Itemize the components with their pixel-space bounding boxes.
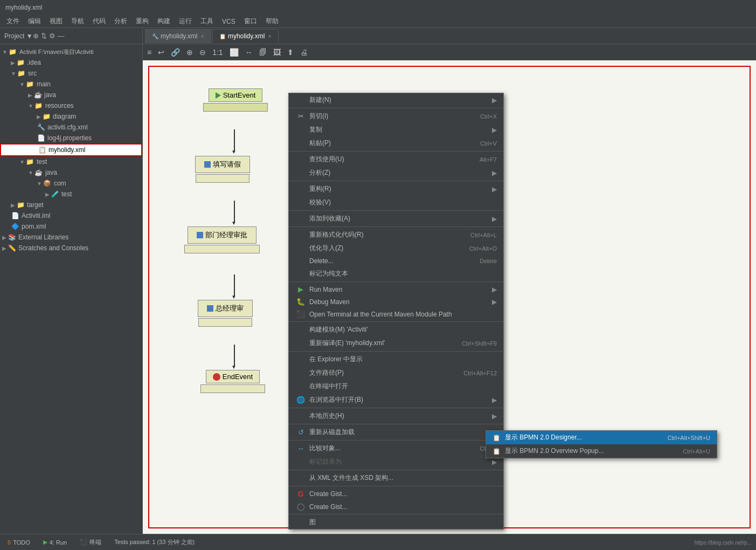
ctx-open-terminal[interactable]: ⬛ Open Terminal at the Current Maven Mod… xyxy=(289,308,503,320)
ctx-reformat-shortcut: Ctrl+Alt+L xyxy=(470,232,497,238)
tree-item-ext-libs[interactable]: ▶ 📚 External Libraries xyxy=(0,232,142,243)
ctx-recompile[interactable]: 重新编译(E) 'myholidy.xml' Ctrl+Shift+F9 xyxy=(289,336,503,350)
ctx-compare[interactable]: ↔ 比较对象... Ctrl+D xyxy=(289,442,503,455)
toolbar-print[interactable]: 🖨 xyxy=(298,47,310,58)
ctx-build-module-label: 构建模块(M) 'Activiti' xyxy=(309,325,368,334)
ctx-create-gist-1[interactable]: G Create Gist... xyxy=(289,487,503,500)
menu-tools[interactable]: 工具 xyxy=(196,16,218,27)
ctx-generate-xsd[interactable]: 从 XML 文件生成 XSD 架构... xyxy=(289,471,503,485)
ctx-analyze[interactable]: 分析(Z) ▶ xyxy=(289,166,503,180)
bpmn-node-task1[interactable]: 填写请假 xyxy=(195,156,250,183)
ctx-delete[interactable]: Delete... Delete xyxy=(289,255,503,267)
tree-item-myholidy[interactable]: 📋 myholidy.xml xyxy=(0,143,142,156)
ctx-debug-maven[interactable]: 🐛 Debug Maven ▶ xyxy=(289,295,503,308)
menu-build[interactable]: 构建 xyxy=(153,16,175,27)
ctx-reformat[interactable]: 重新格式化代码(R) Ctrl+Alt+L xyxy=(289,228,503,242)
bpmn-node-task3[interactable]: 总经理审 xyxy=(198,300,253,327)
submenu-item-bpmn-overview[interactable]: 📋 显示 BPMN 2.0 Overview Popup... Ctrl+Alt… xyxy=(486,444,717,458)
sidebar-icon-close[interactable]: — xyxy=(58,32,65,40)
ctx-run-maven[interactable]: ▶ Run Maven ▶ xyxy=(289,283,503,295)
bpmn-node-start[interactable]: StartEvent xyxy=(203,88,268,112)
tree-arrow: ▶ xyxy=(2,245,6,251)
bpmn-node-task2[interactable]: 部门经理审批 xyxy=(184,226,260,253)
ctx-favorites[interactable]: 添加到收藏(A) ▶ xyxy=(289,212,503,225)
sidebar-icon-sort[interactable]: ⇅ xyxy=(41,32,47,40)
tree-item-pom[interactable]: 🔷 pom.xml xyxy=(0,221,142,232)
menu-refactor[interactable]: 重构 xyxy=(131,16,153,27)
toolbar-undo[interactable]: ↩ xyxy=(156,47,167,58)
menu-navigate[interactable]: 导航 xyxy=(67,16,88,27)
ctx-open-browser[interactable]: 🌐 在浏览器中打开(B) ▶ xyxy=(289,393,503,407)
ctx-sep-10 xyxy=(289,424,503,424)
ctx-reload[interactable]: ↺ 重新从磁盘加载 xyxy=(289,425,503,439)
menu-analyze[interactable]: 分析 xyxy=(110,16,131,27)
tab-close-bpmn[interactable]: × xyxy=(268,33,271,39)
cut-icon: ✂ xyxy=(295,112,306,120)
diagram-canvas[interactable]: StartEvent ▼ 填写请假 xyxy=(143,60,756,534)
tree-item-main[interactable]: ▼ 📁 main xyxy=(0,79,142,90)
menu-window[interactable]: 窗口 xyxy=(240,16,261,27)
status-run[interactable]: ▶ 4: Run xyxy=(40,538,70,547)
tab-bpmn[interactable]: 📋 myholidy.xml × xyxy=(212,29,279,43)
toolbar-link[interactable]: 🔗 xyxy=(169,47,182,58)
folder-icon: 📁 xyxy=(34,101,43,110)
ctx-copy[interactable]: 复制 ▶ xyxy=(289,123,503,136)
tree-item-activiti[interactable]: ▼ 📁 Activiti F:\maven项目\Activiti xyxy=(0,46,142,57)
ctx-refactor[interactable]: 重构(R) ▶ xyxy=(289,182,503,196)
toolbar-fit[interactable]: 1:1 xyxy=(210,47,225,58)
status-terminal[interactable]: ⬛ 终端 xyxy=(77,537,105,547)
status-todo[interactable]: 6 TODO xyxy=(4,538,33,547)
ctx-debug-maven-label: Debug Maven xyxy=(309,298,350,306)
menu-edit[interactable]: 编辑 xyxy=(24,16,45,27)
tree-item-src[interactable]: ▼ 📁 src xyxy=(0,68,142,79)
menu-vcs[interactable]: VCS xyxy=(218,17,240,26)
sidebar-icon-target[interactable]: ⊕ xyxy=(33,32,39,40)
ctx-file-path[interactable]: 文件路径(P) Ctrl+Alt+F12 xyxy=(289,366,503,380)
tab-xml[interactable]: 🔧 myholidy.xml × xyxy=(145,29,211,43)
ctx-diagram[interactable]: 图 xyxy=(289,515,503,529)
tree-item-com[interactable]: ▼ 📦 com xyxy=(0,178,142,189)
menu-code[interactable]: 代码 xyxy=(88,16,110,27)
ctx-find-usages[interactable]: 查找使用(U) Alt+F7 xyxy=(289,153,503,166)
bpmn-node-end[interactable]: EndEvent xyxy=(200,370,265,393)
menu-run[interactable]: 运行 xyxy=(175,16,196,27)
tree-item-activiti-cfg[interactable]: 🔧 activiti.cfg.xml xyxy=(0,122,142,133)
tree-item-idea[interactable]: ▶ 📁 .idea xyxy=(0,57,142,68)
ctx-new[interactable]: 新建(N) ▶ xyxy=(289,93,503,107)
tree-item-scratches[interactable]: ▶ ✏️ Scratches and Consoles xyxy=(0,243,142,253)
ctx-cut[interactable]: ✂ 剪切(I) Ctrl+X xyxy=(289,109,503,123)
menu-help[interactable]: 帮助 xyxy=(261,16,283,27)
ctx-local-history[interactable]: 本地历史(H) ▶ xyxy=(289,409,503,423)
ctx-optimize[interactable]: 优化导入(Z) Ctrl+Alt+O xyxy=(289,242,503,255)
tree-item-target[interactable]: ▶ 📁 target xyxy=(0,200,142,210)
ctx-open-terminal2[interactable]: 在终端中打开 xyxy=(289,380,503,393)
toolbar-zoom-out[interactable]: ⊖ xyxy=(197,47,208,58)
toolbar-frame[interactable]: ⬜ xyxy=(227,47,241,58)
toolbar-zoom-in[interactable]: ⊕ xyxy=(184,47,195,58)
menu-view[interactable]: 视图 xyxy=(45,16,67,27)
sidebar-icon-settings[interactable]: ⚙ xyxy=(49,32,56,40)
ctx-build-module[interactable]: 构建模块(M) 'Activiti' xyxy=(289,323,503,336)
ctx-show-explorer[interactable]: 在 Explorer 中显示 xyxy=(289,353,503,366)
ctx-create-gist-2[interactable]: ◯ Create Gist... xyxy=(289,500,503,513)
tree-item-resources[interactable]: ▼ 📁 resources xyxy=(0,100,142,111)
ctx-mark-plain[interactable]: 标记为纯文本 xyxy=(289,267,503,280)
submenu-item-bpmn-designer[interactable]: 📋 显示 BPMN 2.0 Designer... Ctrl+Alt+Shift… xyxy=(486,431,717,444)
tree-item-diagram[interactable]: ▶ 📁 diagram xyxy=(0,111,142,122)
toolbar-copy[interactable]: 🗐 xyxy=(257,47,269,58)
tree-arrow: ▼ xyxy=(37,181,42,187)
toolbar-export[interactable]: ⬆ xyxy=(285,47,296,58)
tree-item-log4j[interactable]: 📄 log4j.properties xyxy=(0,133,142,143)
tree-item-test-pkg[interactable]: ▶ 🧪 test xyxy=(0,189,142,200)
toolbar-expand[interactable]: ↔ xyxy=(243,47,255,58)
tab-close-xml[interactable]: × xyxy=(200,33,204,39)
ctx-validate[interactable]: 校验(V) xyxy=(289,196,503,209)
tree-item-test[interactable]: ▼ 📁 test xyxy=(0,156,142,167)
toolbar-image[interactable]: 🖼 xyxy=(271,47,283,58)
menu-file[interactable]: 文件 xyxy=(2,16,24,27)
tree-item-test-java[interactable]: ▼ ☕ java xyxy=(0,167,142,178)
tree-item-iml[interactable]: 📄 Activiti.iml xyxy=(0,210,142,221)
ctx-paste[interactable]: 粘贴(P) Ctrl+V xyxy=(289,136,503,150)
toolbar-settings[interactable]: ≡ xyxy=(145,47,154,58)
tree-item-java[interactable]: ▶ ☕ java xyxy=(0,90,142,100)
